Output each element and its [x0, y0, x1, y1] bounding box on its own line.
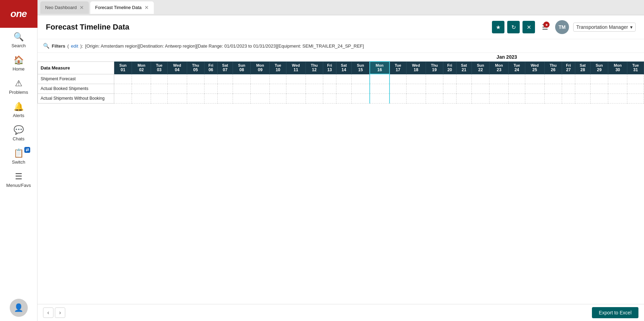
timeline-table: Jan 2023 Data Measure Sun01Mon02Tue03Wed…	[37, 53, 644, 104]
cell-15	[351, 74, 369, 84]
sidebar-item-chats[interactable]: 💬 Chats	[0, 121, 37, 144]
cell-14	[336, 74, 351, 84]
cell-11	[286, 93, 306, 103]
day-header-11: Wed11	[286, 61, 306, 74]
sidebar-item-label: Chats	[13, 136, 25, 141]
user-role: Transportation Manager	[576, 24, 628, 30]
cell-31	[627, 93, 644, 103]
cell-12	[306, 93, 323, 103]
star-icon: ★	[496, 24, 501, 31]
content-area: Forecast Timeline Data ★ ↻ ✕ ☰ ★ TM Tran…	[37, 15, 644, 321]
cell-31	[627, 74, 644, 84]
star-button[interactable]: ★	[492, 21, 504, 33]
close-icon: ✕	[527, 24, 531, 31]
tab-close-icon[interactable]: ✕	[80, 5, 84, 10]
refresh-icon: ↻	[511, 24, 516, 31]
avatar[interactable]: 👤	[10, 299, 28, 317]
cell-02	[132, 93, 151, 103]
filter-paren-close: ):	[80, 43, 83, 49]
chat-icon: 💬	[14, 125, 24, 135]
cell-04	[167, 84, 187, 93]
cell-22	[471, 84, 489, 93]
cell-10	[270, 84, 286, 93]
month-header-row: Jan 2023	[38, 53, 644, 61]
day-header-20: Fri20	[443, 61, 456, 74]
app-logo[interactable]: one	[0, 0, 37, 28]
filter-label: Filters	[52, 43, 65, 49]
cell-12	[306, 74, 323, 84]
next-button[interactable]: ›	[55, 307, 65, 318]
export-button[interactable]: Export to Excel	[592, 307, 638, 318]
cell-25	[525, 74, 544, 84]
cell-07	[217, 84, 233, 93]
cell-01	[114, 84, 132, 93]
refresh-button[interactable]: ↻	[507, 21, 520, 33]
cell-03	[151, 74, 167, 84]
cell-17	[390, 74, 406, 84]
day-header-13: Fri13	[323, 61, 336, 74]
cell-15	[351, 84, 369, 93]
user-dropdown[interactable]: Transportation Manager ▾	[573, 23, 636, 32]
filter-icon: 🔍	[43, 43, 50, 49]
cell-20	[443, 74, 456, 84]
cell-29	[590, 93, 608, 103]
sidebar-item-label: Alerts	[13, 113, 24, 118]
prev-button[interactable]: ‹	[43, 307, 53, 318]
filter-edit-link[interactable]: edit	[71, 43, 78, 49]
switch-badge: ⇄	[24, 147, 30, 153]
cell-17	[390, 93, 406, 103]
cell-26	[544, 93, 562, 103]
cell-08	[233, 93, 250, 103]
cell-12	[306, 84, 323, 93]
cell-11	[286, 74, 306, 84]
cell-11	[286, 84, 306, 93]
sidebar-item-search[interactable]: 🔍 Search	[0, 28, 37, 51]
filter-text: [Origin: Amsterdam region][Destination: …	[85, 43, 364, 49]
cell-28	[575, 93, 590, 103]
sidebar-item-switch[interactable]: 📋 ⇄ Switch	[0, 144, 37, 167]
close-button[interactable]: ✕	[522, 21, 535, 33]
cell-23	[490, 74, 509, 84]
cell-19	[426, 74, 443, 84]
cell-19	[426, 84, 443, 93]
sidebar-item-label: Menus/Favs	[6, 183, 31, 188]
cell-22	[471, 93, 489, 103]
bottom-bar: ‹ › Export to Excel	[37, 304, 644, 321]
cell-16	[370, 74, 390, 84]
sidebar-item-problems[interactable]: ⚠ Problems	[0, 74, 37, 98]
tab-close-icon[interactable]: ✕	[144, 5, 149, 10]
day-header-16: Mon16	[370, 61, 390, 74]
chevron-down-icon: ▾	[630, 24, 633, 30]
sidebar-item-alerts[interactable]: 🔔 Alerts	[0, 98, 37, 121]
cell-28	[575, 74, 590, 84]
table-container[interactable]: Jan 2023 Data Measure Sun01Mon02Tue03Wed…	[37, 53, 644, 304]
cell-13	[323, 93, 336, 103]
day-header-01: Sun01	[114, 61, 132, 74]
cell-26	[544, 84, 562, 93]
day-header-21: Sat21	[456, 61, 471, 74]
table-row: Shipment Forecast	[38, 74, 644, 84]
sidebar-item-home[interactable]: 🏠 Home	[0, 51, 37, 74]
cell-16	[370, 93, 390, 103]
cell-09	[251, 93, 270, 103]
page-header: Forecast Timeline Data ★ ↻ ✕ ☰ ★ TM Tran…	[37, 15, 644, 39]
tab-label: Forecast Timeline Data	[95, 5, 142, 10]
day-header-26: Thu26	[544, 61, 562, 74]
cell-25	[525, 93, 544, 103]
cell-09	[251, 74, 270, 84]
day-header-25: Wed25	[525, 61, 544, 74]
notification-wrap: ☰ ★	[542, 23, 548, 31]
day-header-row: Data Measure Sun01Mon02Tue03Wed04Thu05Fr…	[38, 61, 644, 74]
cell-13	[323, 84, 336, 93]
cell-15	[351, 93, 369, 103]
tab-forecast-timeline[interactable]: Forecast Timeline Data ✕	[90, 1, 154, 14]
cell-24	[509, 93, 525, 103]
cell-07	[217, 74, 233, 84]
day-header-03: Tue03	[151, 61, 167, 74]
row-label: Actual Shipments Without Booking	[38, 93, 114, 103]
tab-neo-dashboard[interactable]: Neo Dashboard ✕	[40, 1, 89, 14]
day-header-22: Sun22	[471, 61, 489, 74]
sidebar-item-menus[interactable]: ☰ Menus/Favs	[0, 167, 37, 191]
bell-icon: 🔔	[14, 102, 24, 112]
cell-08	[233, 84, 250, 93]
